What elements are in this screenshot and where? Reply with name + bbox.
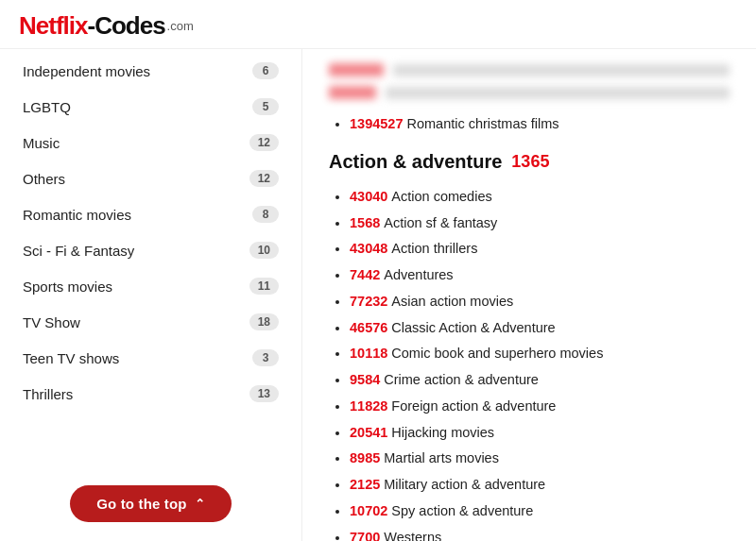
list-item: 9584Crime action & adventure (350, 367, 730, 394)
code-link-9584[interactable]: 9584 (350, 372, 380, 387)
code-link-10702[interactable]: 10702 (350, 503, 387, 518)
section-title: Action & adventure (329, 151, 502, 173)
sidebar-item-teen-tv-shows[interactable]: Teen TV shows 3 (0, 340, 301, 376)
main-layout: Independent movies 6 LGBTQ 5 Music 12 Ot… (0, 49, 756, 541)
go-to-top-label: Go to the top (96, 496, 186, 512)
list-item: 11828Foreign action & adventure (350, 394, 730, 420)
code-label-10702: Spy action & adventure (391, 503, 533, 518)
blurred-row-1 (329, 59, 730, 81)
code-label-7700: Westerns (384, 530, 441, 542)
sidebar-item-label: Independent movies (23, 63, 150, 79)
sidebar-item-music[interactable]: Music 12 (0, 125, 301, 161)
action-adventure-list: 43040Action comedies 1568Action sf & fan… (329, 184, 730, 541)
sidebar-badge: 3 (252, 349, 279, 366)
code-link-1568[interactable]: 1568 (350, 215, 380, 230)
list-item: 20541Hijacking movies (350, 420, 730, 447)
sidebar-item-sports-movies[interactable]: Sports movies 11 (0, 268, 301, 304)
code-link-2125[interactable]: 2125 (350, 477, 380, 492)
code-link-11828[interactable]: 11828 (350, 398, 387, 414)
code-link-20541[interactable]: 20541 (350, 425, 387, 440)
header: Netflix-Codes.com (0, 0, 756, 49)
code-label-43040: Action comedies (391, 189, 491, 204)
chevron-up-icon: ⌃ (195, 497, 205, 511)
list-item: 46576Classic Action & Adventure (350, 315, 730, 342)
sidebar-badge: 12 (249, 134, 279, 151)
sidebar-item-label: Sports movies (23, 279, 112, 295)
sidebar-item-label: Others (23, 171, 65, 187)
sidebar-item-label: Music (23, 135, 60, 151)
sidebar-item-label: Romantic movies (23, 207, 131, 223)
code-link-7442[interactable]: 7442 (350, 267, 380, 282)
sidebar-badge: 6 (252, 62, 279, 79)
sidebar-list: Independent movies 6 LGBTQ 5 Music 12 Ot… (0, 49, 301, 470)
sidebar-badge: 18 (249, 313, 279, 330)
sidebar-badge: 13 (249, 385, 279, 402)
list-item: 77232Asian action movies (350, 289, 730, 315)
code-label-77232: Asian action movies (391, 294, 513, 309)
blurred-badge-2 (329, 86, 376, 99)
blurred-text-1 (393, 64, 730, 76)
sidebar-item-label: Sci - Fi & Fantasy (23, 243, 134, 259)
logo-com: .com (167, 19, 194, 33)
sidebar-badge: 10 (249, 242, 279, 259)
code-label-9584: Crime action & adventure (384, 372, 539, 387)
code-label-1568: Action sf & fantasy (384, 215, 497, 230)
blurred-row-2 (329, 81, 730, 104)
section-code-link[interactable]: 1365 (511, 152, 549, 172)
sidebar-badge: 11 (249, 278, 279, 295)
sidebar-item-romantic-movies[interactable]: Romantic movies 8 (0, 196, 301, 232)
sidebar-item-label: LGBTQ (23, 99, 71, 115)
list-item: 7442Adventures (350, 262, 730, 289)
list-item: 1568Action sf & fantasy (350, 211, 730, 237)
sidebar-item-lgbtq[interactable]: LGBTQ 5 (0, 89, 301, 125)
sidebar-badge: 8 (252, 206, 279, 223)
sidebar-footer: Go to the top ⌃ (0, 470, 301, 541)
list-item: 10702Spy action & adventure (350, 499, 730, 525)
code-label-2125: Military action & adventure (384, 477, 545, 492)
code-link-10118[interactable]: 10118 (350, 346, 387, 361)
blurred-text-2 (386, 87, 730, 99)
code-label-11828: Foreign action & adventure (391, 398, 556, 414)
go-to-top-button[interactable]: Go to the top ⌃ (70, 485, 231, 522)
code-label-46576: Classic Action & Adventure (391, 320, 555, 335)
code-label-43048: Action thrillers (391, 241, 477, 256)
romantic-list: 1394527Romantic christmas films (329, 111, 730, 138)
sidebar-item-label: Thrillers (23, 386, 73, 402)
code-label-8985: Martial arts movies (384, 450, 499, 465)
sidebar-item-label: Teen TV shows (23, 350, 119, 366)
list-item-romantic-christmas: 1394527Romantic christmas films (350, 111, 730, 138)
code-label-7442: Adventures (384, 267, 453, 282)
romantic-christmas-code-link[interactable]: 1394527 (350, 116, 403, 131)
list-item: 8985Martial arts movies (350, 446, 730, 472)
list-item: 2125Military action & adventure (350, 472, 730, 499)
logo-codes: -Codes (87, 11, 164, 41)
code-link-77232[interactable]: 77232 (350, 294, 387, 309)
code-label-20541: Hijacking movies (391, 425, 494, 440)
code-link-7700[interactable]: 7700 (350, 530, 380, 542)
code-link-43048[interactable]: 43048 (350, 241, 387, 256)
code-link-43040[interactable]: 43040 (350, 189, 387, 204)
list-item: 43040Action comedies (350, 184, 730, 211)
blurred-badge-1 (329, 63, 384, 76)
content-area: 1394527Romantic christmas films Action &… (302, 49, 756, 541)
blurred-rows (329, 59, 730, 104)
code-link-8985[interactable]: 8985 (350, 450, 380, 465)
sidebar-item-thrillers[interactable]: Thrillers 13 (0, 376, 301, 412)
sidebar: Independent movies 6 LGBTQ 5 Music 12 Ot… (0, 49, 302, 541)
logo-netflix: Netflix (19, 11, 87, 41)
code-label-10118: Comic book and superhero movies (391, 346, 603, 361)
list-item: 7700Westerns (350, 525, 730, 542)
sidebar-item-others[interactable]: Others 12 (0, 161, 301, 196)
code-link-46576[interactable]: 46576 (350, 320, 387, 335)
sidebar-badge: 5 (252, 98, 279, 115)
sidebar-item-tv-show[interactable]: TV Show 18 (0, 304, 301, 340)
list-item: 43048Action thrillers (350, 236, 730, 262)
list-item: 10118Comic book and superhero movies (350, 341, 730, 367)
section-heading-action-adventure: Action & adventure 1365 (329, 151, 730, 173)
sidebar-item-label: TV Show (23, 314, 80, 330)
sidebar-badge: 12 (249, 170, 279, 187)
sidebar-item-independent-movies[interactable]: Independent movies 6 (0, 53, 301, 89)
sidebar-item-sci-fi-fantasy[interactable]: Sci - Fi & Fantasy 10 (0, 232, 301, 268)
romantic-christmas-label: Romantic christmas films (406, 116, 558, 131)
